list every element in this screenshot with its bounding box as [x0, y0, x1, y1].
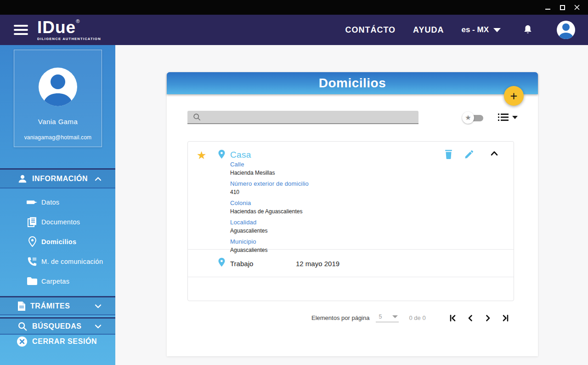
field-numero-exterior: Número exterior de domicilio 410 [230, 180, 309, 195]
location-pin-icon [27, 236, 38, 247]
field-value: Hacienda Mesillas [230, 170, 309, 176]
search-icon [17, 321, 28, 331]
field-value: Haciendas de Aguascalientes [230, 208, 309, 215]
language-selector[interactable]: es - MX [461, 25, 501, 34]
collapse-chevron-icon[interactable] [491, 151, 498, 156]
menu-icon[interactable] [14, 23, 28, 37]
favorites-filter-toggle[interactable]: ★ [462, 112, 484, 124]
sidebar-item-label: Domicilios [41, 238, 76, 245]
search-input[interactable] [201, 111, 418, 123]
delete-icon[interactable] [445, 150, 452, 159]
panel-header: Domicilios [167, 72, 538, 94]
app-header: IDue® DILIGENCE AUTHENTICATION CONTÁCTO … [0, 15, 588, 45]
close-icon[interactable] [570, 0, 584, 14]
profile-email: vaniagamag@hotmail.com [14, 134, 102, 141]
sidebar-item-label: Datos [41, 199, 59, 206]
list-view-dropdown[interactable] [498, 113, 518, 121]
document-icon [17, 301, 26, 311]
field-label: Calle [230, 161, 309, 168]
chevron-down-icon [95, 304, 102, 308]
registered-mark: ® [76, 18, 80, 24]
page-title: Domicilios [319, 76, 386, 91]
sidebar-section-label: INFORMACIÓN [32, 175, 88, 183]
chevron-up-icon [95, 177, 102, 181]
field-value: 410 [230, 189, 309, 195]
profile-avatar [39, 68, 77, 106]
sidebar: Vania Gama vaniagamag@hotmail.com INFORM… [0, 45, 115, 365]
profile-name: Vania Gama [14, 118, 102, 125]
sidebar-submenu: Datos Documentos [0, 192, 115, 291]
list-icon [498, 113, 509, 121]
person-icon [17, 174, 28, 184]
favorite-star-icon[interactable]: ★ [197, 149, 207, 162]
pagination-nav [449, 314, 509, 322]
sidebar-section-busquedas[interactable]: BÚSQUEDAS [0, 317, 115, 335]
close-circle-icon [17, 336, 28, 347]
address-row-trabajo[interactable]: Trabajo 12 mayo 2019 [188, 250, 514, 277]
phone-icon [27, 257, 38, 267]
search-box[interactable] [187, 111, 418, 124]
sidebar-item-documentos[interactable]: Documentos [0, 212, 115, 232]
empty-row [188, 277, 514, 301]
last-page-button[interactable] [501, 314, 509, 322]
address-name: Trabajo [230, 260, 253, 268]
chevron-down-icon [512, 116, 518, 119]
field-value: Aguascalientes [230, 228, 309, 234]
previous-page-button[interactable] [466, 314, 475, 322]
sidebar-item-m-de-comunicacion[interactable]: M. de comunicación [0, 251, 115, 271]
address-name: Casa [230, 150, 251, 160]
page-size-value: 5 [379, 314, 382, 320]
user-avatar[interactable] [557, 21, 575, 39]
sidebar-item-label: M. de comunicación [41, 258, 103, 265]
address-fields: Calle Hacienda Mesillas Número exterior … [230, 161, 309, 257]
logo-tagline: DILIGENCE AUTHENTICATION [37, 37, 101, 41]
address-row-casa: ★ Casa [188, 142, 514, 250]
logout-label: CERRAR SESIÓN [32, 337, 97, 346]
add-address-button[interactable]: + [504, 86, 524, 106]
logout-button[interactable]: CERRAR SESIÓN [0, 335, 115, 348]
page-size-select[interactable]: 5 [376, 314, 399, 322]
field-label: Municipio [230, 238, 309, 245]
page-size-label: Elementos por página [311, 314, 369, 321]
chevron-down-icon [493, 28, 501, 32]
documents-icon [27, 217, 38, 227]
pagination: Elementos por página 5 0 de 0 [311, 314, 509, 322]
main-panel: Domicilios + ★ [167, 72, 538, 356]
first-page-button[interactable] [449, 314, 457, 322]
nav-ayuda[interactable]: AYUDA [413, 25, 444, 35]
profile-card: Vania Gama vaniagamag@hotmail.com [14, 50, 102, 147]
location-pin-icon [218, 257, 225, 269]
logo-title: IDue [37, 18, 76, 37]
field-label: Número exterior de domicilio [230, 180, 309, 187]
app-logo: IDue® DILIGENCE AUTHENTICATION [37, 19, 101, 41]
search-icon [193, 113, 201, 121]
folder-icon [27, 277, 38, 285]
sidebar-section-tramites[interactable]: TRÁMITES [0, 296, 115, 315]
sidebar-item-domicilios[interactable]: Domicilios [0, 232, 115, 251]
field-calle: Calle Hacienda Mesillas [230, 161, 309, 176]
address-date: 12 mayo 2019 [296, 260, 339, 268]
addresses-card: ★ Casa [187, 141, 514, 301]
sidebar-item-label: Documentos [41, 218, 80, 226]
card-icon [27, 199, 38, 206]
minimize-icon[interactable] [540, 0, 555, 14]
maximize-icon[interactable] [555, 0, 570, 14]
toolbar: ★ [187, 111, 517, 125]
notifications-bell-icon[interactable] [523, 24, 533, 35]
edit-pencil-icon[interactable] [464, 150, 473, 159]
chevron-down-icon [95, 324, 102, 329]
sidebar-item-datos[interactable]: Datos [0, 192, 115, 212]
window-titlebar [0, 0, 588, 15]
sidebar-item-carpetas[interactable]: Carpetas [0, 271, 115, 291]
language-value: es - MX [461, 25, 489, 34]
nav-contacto[interactable]: CONTÁCTO [345, 25, 396, 35]
next-page-button[interactable] [484, 314, 492, 322]
location-pin-icon [218, 149, 225, 161]
pagination-range: 0 de 0 [409, 314, 425, 321]
field-colonia: Colonia Haciendas de Aguascalientes [230, 200, 309, 215]
sidebar-section-informacion[interactable]: INFORMACIÓN [0, 168, 115, 188]
sidebar-item-label: Carpetas [41, 278, 69, 285]
field-label: Localidad [230, 219, 309, 226]
sidebar-section-label: BÚSQUEDAS [32, 322, 82, 331]
field-localidad: Localidad Aguascalientes [230, 219, 309, 234]
